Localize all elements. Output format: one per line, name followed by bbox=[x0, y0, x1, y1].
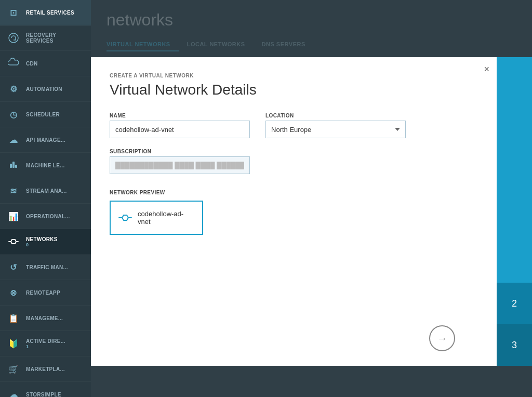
sidebar-item-networks[interactable]: NETWORKS 0 bbox=[0, 229, 91, 255]
network-preview-icon bbox=[118, 213, 132, 223]
stream-icon: ≋ bbox=[6, 183, 21, 198]
form-group-name: Name bbox=[110, 113, 250, 138]
modal-close-button[interactable]: × bbox=[484, 64, 489, 74]
network-preview-label: Network Preview bbox=[110, 190, 478, 195]
step-2-label: 2 bbox=[512, 298, 517, 309]
automation-icon: ⚙ bbox=[6, 82, 21, 96]
network-preview-section: Network Preview codehollow-ad-vnet bbox=[110, 190, 478, 235]
sidebar-item-stream[interactable]: ≋ STREAM ANA... bbox=[0, 178, 91, 204]
remoteapp-icon: ⊗ bbox=[6, 285, 21, 300]
sidebar-item-cdn[interactable]: CDN bbox=[0, 51, 91, 76]
sidebar: ⊡ RETAIL SERVICES RECOVERY SERVICES CDN … bbox=[0, 0, 91, 397]
next-button[interactable]: → bbox=[429, 325, 455, 351]
management-icon: 📋 bbox=[6, 311, 21, 325]
sidebar-item-label: API MANAGE... bbox=[26, 137, 65, 143]
api-icon: ☁ bbox=[6, 133, 21, 147]
step-3-panel[interactable]: 3 bbox=[497, 324, 532, 366]
operations-icon: 📊 bbox=[6, 209, 21, 223]
storsimple-icon: ☁ bbox=[6, 387, 21, 397]
name-input[interactable] bbox=[110, 121, 250, 138]
traffic-icon: ↺ bbox=[6, 260, 21, 274]
sidebar-item-label: NETWORKS bbox=[26, 236, 58, 242]
modal-subtitle: Create a Virtual Network bbox=[110, 73, 478, 78]
subscription-label: Subscription bbox=[110, 149, 250, 154]
sidebar-item-label: ACTIVE DIRE... bbox=[26, 338, 65, 344]
ml-icon bbox=[6, 158, 21, 173]
sidebar-item-retail[interactable]: ⊡ RETAIL SERVICES bbox=[0, 0, 91, 25]
cdn-icon bbox=[6, 56, 21, 71]
sidebar-item-label: MACHINE LE... bbox=[26, 163, 64, 168]
sidebar-item-label: AUTOMATION bbox=[26, 86, 62, 92]
subscription-select[interactable]: ████████████ ████ ████ ██████████ bbox=[110, 156, 250, 174]
sidebar-item-activedir[interactable]: 🔰 ACTIVE DIRE... 1 bbox=[0, 331, 91, 356]
sidebar-item-storsimple[interactable]: ☁ STORSIMPLE bbox=[0, 382, 91, 397]
sidebar-item-label: CDN bbox=[26, 61, 38, 67]
sidebar-item-label: TRAFFIC MAN... bbox=[26, 264, 68, 270]
sidebar-item-marketplace[interactable]: 🛒 MARKETPLA... bbox=[0, 356, 91, 382]
svg-rect-1 bbox=[10, 164, 12, 168]
form-group-location: Location North Europe West Europe East U… bbox=[265, 113, 406, 138]
modal-title: Virtual Network Details bbox=[110, 82, 478, 98]
scheduler-icon: ◷ bbox=[6, 107, 21, 122]
step-panel-main bbox=[497, 57, 532, 283]
sidebar-item-label: RECOVERY SERVICES bbox=[26, 32, 85, 44]
sidebar-item-label: MARKETPLA... bbox=[26, 366, 65, 372]
step-next-area: → bbox=[429, 325, 455, 356]
sidebar-item-ml[interactable]: MACHINE LE... bbox=[0, 153, 91, 178]
sidebar-item-api[interactable]: ☁ API MANAGE... bbox=[0, 127, 91, 153]
sidebar-item-remoteapp[interactable]: ⊗ REMOTEAPP bbox=[0, 280, 91, 306]
svg-rect-2 bbox=[12, 162, 15, 168]
networks-badge: 0 bbox=[26, 242, 58, 247]
sidebar-item-operations[interactable]: 📊 OPERATIONAL... bbox=[0, 204, 91, 229]
retail-icon: ⊡ bbox=[6, 5, 21, 20]
location-select[interactable]: North Europe West Europe East US West US… bbox=[265, 121, 406, 138]
form-row-subscription: Subscription ████████████ ████ ████ ████… bbox=[110, 149, 478, 174]
sidebar-item-scheduler[interactable]: ◷ SCHEDULER bbox=[0, 102, 91, 127]
activedir-badge: 1 bbox=[26, 344, 65, 349]
sidebar-item-label: STREAM ANA... bbox=[26, 188, 67, 194]
sidebar-item-management[interactable]: 📋 MANAGEME... bbox=[0, 306, 91, 331]
form-group-subscription: Subscription ████████████ ████ ████ ████… bbox=[110, 149, 250, 174]
svg-rect-3 bbox=[15, 165, 17, 168]
svg-point-0 bbox=[9, 33, 18, 43]
marketplace-icon: 🛒 bbox=[6, 362, 21, 376]
modal-main: × Create a Virtual Network Virtual Netwo… bbox=[91, 57, 497, 366]
networks-icon bbox=[6, 234, 21, 249]
sidebar-item-label: RETAIL SERVICES bbox=[26, 10, 74, 16]
sidebar-item-label: REMOTEAPP bbox=[26, 290, 60, 296]
name-label: Name bbox=[110, 113, 250, 118]
network-preview-name: codehollow-ad-vnet bbox=[138, 210, 195, 226]
activedir-icon: 🔰 bbox=[6, 336, 21, 351]
sidebar-item-label: STORSIMPLE bbox=[26, 392, 61, 398]
sidebar-item-automation[interactable]: ⚙ AUTOMATION bbox=[0, 76, 91, 102]
next-arrow-icon: → bbox=[437, 333, 447, 345]
form-row-name-location: Name Location North Europe West Europe E… bbox=[110, 113, 478, 138]
modal-dialog: × Create a Virtual Network Virtual Netwo… bbox=[91, 57, 532, 366]
step-2-panel[interactable]: 2 bbox=[497, 283, 532, 324]
sidebar-item-label: SCHEDULER bbox=[26, 112, 60, 117]
location-label: Location bbox=[265, 113, 406, 118]
modal-step-panel: 2 3 bbox=[497, 57, 532, 366]
recovery-icon bbox=[6, 31, 21, 45]
network-preview-box: codehollow-ad-vnet bbox=[110, 201, 203, 235]
sidebar-item-traffic[interactable]: ↺ TRAFFIC MAN... bbox=[0, 255, 91, 280]
sidebar-item-recovery[interactable]: RECOVERY SERVICES bbox=[0, 25, 91, 51]
sidebar-item-label: MANAGEME... bbox=[26, 315, 63, 321]
sidebar-item-label: OPERATIONAL... bbox=[26, 214, 70, 219]
step-3-label: 3 bbox=[512, 340, 517, 351]
